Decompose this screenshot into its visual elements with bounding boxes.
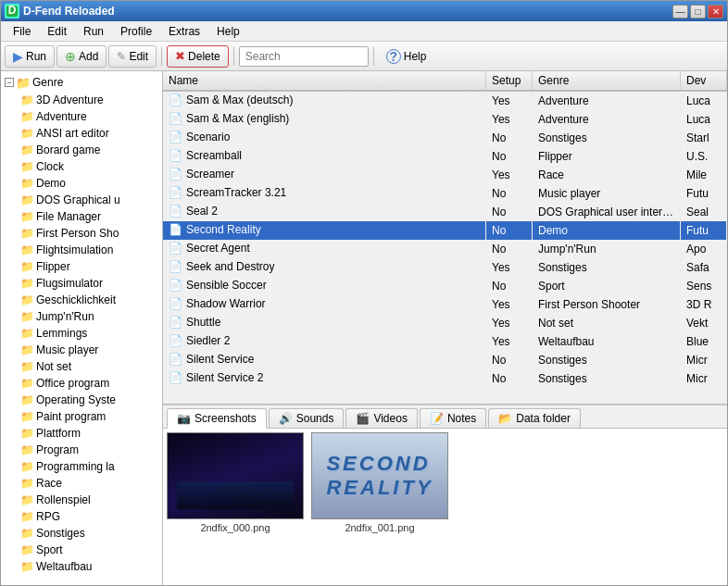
tree-item[interactable]: 📁Operating Syste	[16, 392, 162, 408]
edit-button[interactable]: ✎ Edit	[108, 45, 157, 68]
cell-genre: Demo	[533, 221, 681, 240]
screenshot-item[interactable]: 2ndfix_000.png	[167, 432, 304, 581]
cell-name: 📄Seek and Destroy	[163, 258, 486, 277]
tree-item[interactable]: 📁Flightsimulation	[16, 242, 162, 258]
table-row[interactable]: 📄Second Reality No Demo Futu	[163, 221, 727, 240]
table-row[interactable]: 📄Scenario No Sonstiges Starl	[163, 129, 727, 147]
col-setup[interactable]: Setup	[486, 71, 533, 91]
tree-item-folder-icon: 📁	[19, 159, 34, 174]
menu-extras[interactable]: Extras	[160, 22, 208, 41]
menu-edit[interactable]: Edit	[39, 22, 75, 41]
tree-item[interactable]: 📁Lemmings	[16, 325, 162, 342]
table-row[interactable]: 📄Siedler 2 Yes Weltaufbau Blue	[163, 332, 727, 351]
close-button[interactable]: ✕	[708, 5, 723, 19]
maximize-button[interactable]: □	[690, 5, 706, 19]
table-row[interactable]: 📄Screamer Yes Race Mile	[163, 166, 727, 184]
tree-item-folder-icon: 📁	[19, 193, 34, 207]
table-row[interactable]: 📄Sensible Soccer No Sport Sens	[163, 277, 727, 295]
tree-item[interactable]: 📁DOS Graphical u	[16, 192, 162, 208]
tree-item[interactable]: 📁Office program	[16, 375, 162, 392]
tree-item-folder-icon: 📁	[19, 359, 34, 374]
tab-data-folder[interactable]: 📂Data folder	[488, 408, 581, 428]
tree-item[interactable]: 📁Demo	[16, 175, 162, 192]
cell-name: 📄Sam & Max (deutsch)	[163, 91, 486, 110]
tree-item[interactable]: 📁Rollenspiel	[16, 492, 162, 508]
tree-item[interactable]: 📁3D Adventure	[16, 92, 162, 108]
search-input[interactable]	[239, 46, 369, 67]
cell-genre: Sonstiges	[533, 129, 681, 147]
menu-file[interactable]: File	[5, 22, 39, 41]
svg-text:D: D	[8, 5, 17, 17]
cell-genre: Race	[533, 166, 681, 184]
col-genre[interactable]: Genre	[533, 71, 681, 91]
tree-item[interactable]: 📁Plattform	[16, 425, 162, 442]
root-folder-icon: 📁	[16, 75, 31, 90]
tree-root-expand[interactable]: −	[5, 78, 14, 87]
delete-button[interactable]: ✖ Delete	[167, 45, 229, 68]
table-row[interactable]: 📄Sam & Max (deutsch) Yes Adventure Luca	[163, 91, 727, 110]
tree-item[interactable]: 📁Flipper	[16, 258, 162, 275]
cell-name: 📄Screamer	[163, 166, 486, 184]
add-button[interactable]: ⊕ Add	[56, 45, 107, 68]
delete-icon: ✖	[175, 49, 185, 63]
col-name[interactable]: Name	[163, 71, 486, 91]
tab-label: Data folder	[516, 412, 571, 425]
table-row[interactable]: 📄Silent Service 2 No Sonstiges Micr	[163, 369, 727, 388]
tree-item-folder-icon: 📁	[19, 476, 34, 491]
table-row[interactable]: 📄Silent Service No Sonstiges Micr	[163, 351, 727, 369]
table-row[interactable]: 📄Shuttle Yes Not set Vekt	[163, 314, 727, 332]
tab-screenshots[interactable]: 📷Screenshots	[167, 408, 267, 429]
cell-name: 📄Siedler 2	[163, 332, 486, 351]
tree-item[interactable]: 📁Clock	[16, 158, 162, 175]
table-row[interactable]: 📄Seek and Destroy Yes Sonstiges Safa	[163, 258, 727, 277]
tab-sounds[interactable]: 🔊Sounds	[269, 408, 345, 428]
help-button[interactable]: ? Help	[379, 46, 434, 67]
tree-item-label: Borard game	[36, 143, 100, 156]
app-icon: D	[5, 4, 19, 19]
tree-item[interactable]: 📁Paint program	[16, 408, 162, 425]
tree-item[interactable]: 📁Adventure	[16, 108, 162, 125]
tree-item[interactable]: 📁Geschicklichkeit	[16, 292, 162, 308]
doc-icon: 📄	[169, 168, 183, 182]
tree-item[interactable]: 📁Not set	[16, 358, 162, 375]
tree-item-folder-icon: 📁	[19, 176, 34, 191]
menu-run[interactable]: Run	[75, 22, 112, 41]
tree-item[interactable]: 📁RPG	[16, 508, 162, 525]
tree-item[interactable]: 📁Sport	[16, 542, 162, 558]
col-dev[interactable]: Dev	[681, 71, 727, 91]
tree-item[interactable]: 📁File Manager	[16, 208, 162, 225]
tree-item[interactable]: 📁Jump'n'Run	[16, 308, 162, 325]
tree-item-folder-icon: 📁	[19, 226, 34, 241]
table-row[interactable]: 📄Seal 2 No DOS Graphical user interface …	[163, 203, 727, 221]
table-row[interactable]: 📄Shadow Warrior Yes First Person Shooter…	[163, 295, 727, 314]
tab-videos[interactable]: 🎬Videos	[345, 408, 417, 428]
tree-item[interactable]: 📁Flugsimulator	[16, 275, 162, 292]
tree-item[interactable]: 📁ANSI art editor	[16, 125, 162, 142]
table-row[interactable]: 📄Screamball No Flipper U.S.	[163, 147, 727, 166]
run-button[interactable]: ▶ Run	[5, 45, 55, 68]
table-container[interactable]: Name Setup Genre Dev 📄Sam & Max (deutsch…	[163, 71, 727, 405]
minimize-button[interactable]: —	[672, 5, 688, 19]
menu-profile[interactable]: Profile	[112, 22, 160, 41]
screenshot-item-1[interactable]: SECONDREALITY 2ndfix_001.png	[311, 432, 448, 581]
cell-name: 📄Shadow Warrior	[163, 295, 486, 314]
tree-item[interactable]: 📁Sonstiges	[16, 525, 162, 542]
tab-notes[interactable]: 📝Notes	[420, 408, 486, 428]
table-row[interactable]: 📄ScreamTracker 3.21 No Music player Futu	[163, 184, 727, 203]
tree-item[interactable]: 📁First Person Sho	[16, 225, 162, 242]
tree-item-folder-icon: 📁	[19, 409, 34, 424]
tree-item[interactable]: 📁Borard game	[16, 142, 162, 158]
tree-item[interactable]: 📁Race	[16, 475, 162, 492]
doc-icon: 📄	[169, 205, 183, 219]
tab-content[interactable]: 2ndfix_000.png SECONDREALITY 2ndfix_001.…	[163, 429, 727, 585]
tree-item-label: Sonstiges	[36, 527, 85, 540]
tree-item[interactable]: 📁Weltaufbau	[16, 558, 162, 575]
tree-item-label: Program	[36, 443, 79, 456]
tree-item-label: Lemmings	[36, 327, 87, 340]
table-row[interactable]: 📄Secret Agent No Jump'n'Run Apo	[163, 240, 727, 258]
tree-item[interactable]: 📁Music player	[16, 342, 162, 358]
menu-help[interactable]: Help	[208, 22, 248, 41]
tree-item[interactable]: 📁Program	[16, 442, 162, 458]
table-row[interactable]: 📄Sam & Max (english) Yes Adventure Luca	[163, 110, 727, 129]
tree-item[interactable]: 📁Programming la	[16, 458, 162, 475]
